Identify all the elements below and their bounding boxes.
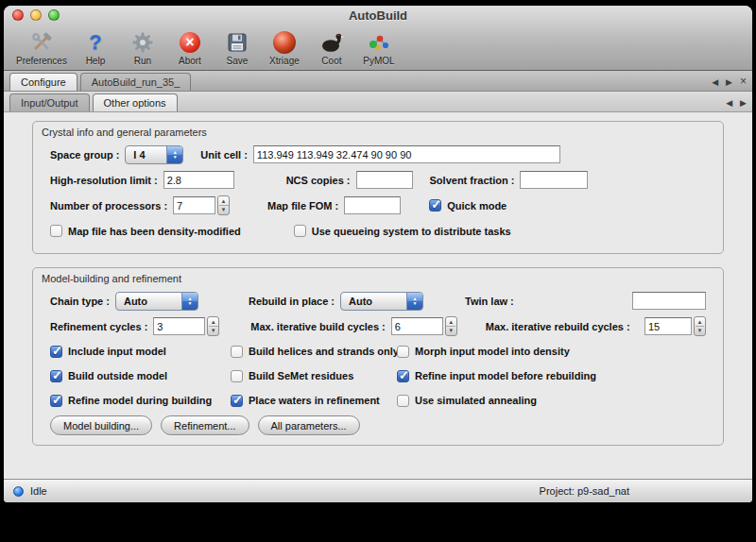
- refinement-cycles-stepper[interactable]: [207, 316, 219, 336]
- tab-autobuild-run[interactable]: AutoBuild_run_35_: [80, 73, 192, 91]
- checkbox-box: [50, 225, 62, 237]
- popup-arrows-icon: [166, 146, 182, 163]
- titlebar[interactable]: AutoBuild: [4, 6, 752, 25]
- simulated-annealing-checkbox[interactable]: Use simulated annealing: [397, 388, 706, 413]
- toolbar-xtriage-button[interactable]: Xtriage: [263, 28, 306, 67]
- checkbox-box: [294, 225, 306, 237]
- refine-before-rebuilding-checkbox[interactable]: Refine input model before rebuilding: [397, 364, 706, 388]
- checkbox-label: Build outside model: [68, 370, 167, 381]
- status-indicator-icon: [13, 486, 24, 497]
- solvent-fraction-input[interactable]: [520, 171, 588, 189]
- model-checkbox-grid: Include input model Build helices and st…: [50, 339, 706, 413]
- toolbar-pymol-button[interactable]: PyMOL: [357, 28, 401, 67]
- tab-scroll-right-icon[interactable]: [740, 98, 747, 108]
- coot-icon: [319, 29, 344, 55]
- map-fom-input[interactable]: [344, 196, 401, 214]
- toolbar-coot-button[interactable]: Coot: [310, 28, 353, 67]
- tab-scroll-left-icon[interactable]: [712, 77, 718, 87]
- refinement-button[interactable]: Refinement...: [161, 415, 249, 435]
- help-icon: [89, 29, 101, 55]
- max-build-cycles-label: Max. iterative build cycles :: [250, 321, 385, 332]
- place-waters-checkbox[interactable]: Place waters in refinement: [231, 388, 397, 413]
- max-build-cycles-stepper[interactable]: [445, 316, 457, 336]
- morph-input-model-checkbox[interactable]: Morph input model into density: [397, 339, 706, 364]
- run-icon: [131, 29, 154, 55]
- tab-scroll-left-icon[interactable]: [726, 98, 732, 108]
- minimize-window-button[interactable]: [30, 9, 42, 21]
- abort-icon: [180, 29, 200, 55]
- autobuild-window: AutoBuild Preferences: [4, 6, 752, 502]
- xtriage-icon: [273, 29, 296, 55]
- toolbar-label: Coot: [321, 56, 341, 66]
- high-res-label: High-resolution limit :: [50, 175, 158, 186]
- space-group-value: I 4: [126, 146, 166, 163]
- toolbar-help-button[interactable]: Help: [74, 28, 117, 67]
- processors-label: Number of processors :: [50, 200, 167, 212]
- build-semet-checkbox[interactable]: Build SeMet residues: [231, 364, 397, 388]
- window-title: AutoBuild: [4, 8, 752, 23]
- include-input-model-checkbox[interactable]: Include input model: [50, 339, 231, 364]
- toolbar-preferences-button[interactable]: Preferences: [13, 28, 70, 67]
- processors-input[interactable]: [173, 196, 215, 214]
- traffic-lights: [12, 9, 60, 21]
- density-modified-checkbox[interactable]: Map file has been density-modified: [50, 225, 241, 237]
- toolbar-run-button[interactable]: Run: [121, 28, 164, 67]
- rebuild-in-place-select[interactable]: Auto: [340, 292, 423, 311]
- sub-tab-nav: [726, 98, 747, 111]
- toolbar: Preferences Help: [4, 25, 752, 70]
- quick-mode-checkbox[interactable]: Quick mode: [429, 199, 507, 212]
- checkbox-label: Build SeMet residues: [249, 370, 353, 381]
- queueing-checkbox[interactable]: Use queueing system to distribute tasks: [294, 225, 511, 237]
- high-res-input[interactable]: [163, 171, 234, 189]
- refine-during-building-checkbox[interactable]: Refine model during building: [50, 388, 231, 413]
- checkbox-label: Quick mode: [447, 200, 507, 212]
- twin-law-input[interactable]: [632, 292, 706, 310]
- checkbox-label: Build helices and strands only: [249, 346, 399, 357]
- map-fom-label: Map file FOM :: [267, 200, 338, 212]
- build-helices-checkbox[interactable]: Build helices and strands only: [231, 339, 397, 364]
- unit-cell-input[interactable]: [253, 145, 560, 163]
- tab-configure[interactable]: Configure: [9, 73, 77, 91]
- status-bar: Idle Project: p9-sad_nat: [4, 479, 752, 502]
- tab-input-output[interactable]: Input/Output: [9, 93, 90, 111]
- space-group-label: Space group :: [50, 149, 119, 161]
- options-panel: Crystal info and general parameters Spac…: [4, 112, 752, 479]
- checkbox-box: [397, 370, 409, 382]
- crystal-checks-row: Map file has been density-modified Use q…: [50, 218, 706, 244]
- model-building-button[interactable]: Model building...: [50, 415, 152, 435]
- tab-scroll-right-icon[interactable]: [726, 77, 732, 87]
- ncs-copies-input[interactable]: [356, 171, 413, 189]
- chain-type-label: Chain type :: [50, 296, 110, 307]
- build-outside-model-checkbox[interactable]: Build outside model: [50, 364, 231, 388]
- checkbox-box: [397, 395, 409, 407]
- popup-arrows-icon: [406, 293, 422, 310]
- checkbox-box: [429, 199, 441, 212]
- space-group-select[interactable]: I 4: [125, 145, 183, 164]
- chain-type-value: Auto: [116, 293, 181, 310]
- window-header: AutoBuild Preferences: [4, 6, 752, 71]
- checkbox-label: Use simulated annealing: [415, 395, 537, 406]
- close-window-button[interactable]: [12, 9, 24, 21]
- all-parameters-button[interactable]: All parameters...: [258, 415, 360, 435]
- checkbox-label: Use queueing system to distribute tasks: [312, 226, 511, 237]
- refinement-cycles-input[interactable]: [153, 317, 205, 335]
- toolbar-label: Xtriage: [269, 56, 300, 66]
- group-title: Crystal info and general parameters: [42, 127, 706, 138]
- max-rebuild-cycles-input[interactable]: [644, 317, 692, 335]
- processors-stepper[interactable]: [217, 195, 230, 215]
- checkbox-box: [231, 395, 243, 407]
- unit-cell-label: Unit cell :: [200, 149, 248, 161]
- rebuild-in-place-value: Auto: [341, 293, 406, 310]
- chain-type-select[interactable]: Auto: [115, 292, 198, 311]
- toolbar-abort-button[interactable]: Abort: [168, 28, 212, 67]
- popup-arrows-icon: [181, 293, 198, 310]
- save-icon: [227, 29, 248, 55]
- max-rebuild-cycles-stepper[interactable]: [694, 316, 706, 336]
- resolution-row: High-resolution limit : NCS copies : Sol…: [50, 167, 706, 193]
- max-build-cycles-input[interactable]: [391, 317, 443, 335]
- zoom-window-button[interactable]: [48, 9, 60, 21]
- tab-other-options[interactable]: Other options: [93, 93, 178, 111]
- tab-close-icon[interactable]: [740, 77, 747, 87]
- toolbar-save-button[interactable]: Save: [215, 28, 259, 67]
- toolbar-label: Preferences: [16, 56, 67, 66]
